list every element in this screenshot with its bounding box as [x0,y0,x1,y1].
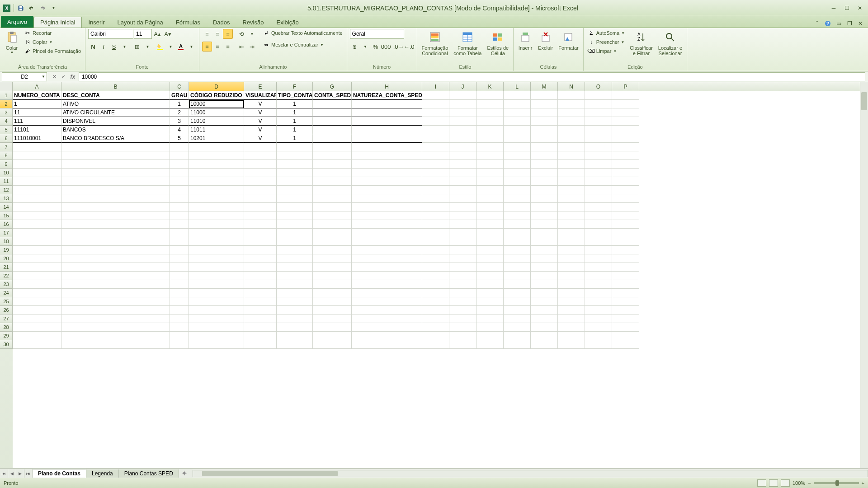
cell[interactable] [531,306,558,314]
cell[interactable] [170,194,189,203]
border-dd[interactable]: ▼ [142,42,152,52]
undo-icon[interactable] [27,3,37,13]
cell[interactable] [585,211,612,220]
cell[interactable] [531,134,558,143]
row-header[interactable]: 23 [0,280,13,289]
cell[interactable] [476,314,504,323]
cell[interactable] [558,306,585,314]
cell[interactable] [313,126,352,134]
cell[interactable] [449,246,476,254]
cell[interactable] [612,169,639,177]
cell[interactable] [422,211,449,220]
cell[interactable] [61,203,170,211]
cell[interactable] [277,280,313,289]
cell[interactable] [612,314,639,323]
fx-icon[interactable]: fx [69,73,77,81]
cell-styles-button[interactable]: Estilos de Célula [485,29,510,57]
cell[interactable] [558,340,585,349]
cell[interactable] [244,246,277,254]
cell[interactable] [352,272,422,280]
cell[interactable] [313,263,352,272]
cell[interactable]: 10201 [189,134,244,143]
cell[interactable] [170,314,189,323]
cell[interactable]: ATIVO CIRCULANTE [61,108,170,117]
cell[interactable] [476,211,504,220]
cell[interactable] [504,186,531,194]
cell[interactable]: CONTA_SPED [313,91,352,100]
formulas-tab[interactable]: Fórmulas [170,17,207,28]
cell[interactable] [422,177,449,186]
ribbon-close-window-icon[interactable]: ✕ [856,19,864,28]
cell[interactable] [13,332,61,340]
row-header[interactable]: 2 [0,100,13,108]
cell[interactable] [531,289,558,297]
column-header[interactable]: D [189,82,244,91]
enter-formula-icon[interactable]: ✓ [60,73,68,81]
cell[interactable] [313,314,352,323]
cell[interactable] [244,203,277,211]
cell[interactable] [277,306,313,314]
find-select-button[interactable]: Localizar e Selecionar [656,29,684,57]
cell[interactable] [612,306,639,314]
cell[interactable] [476,108,504,117]
cell[interactable] [61,314,170,323]
cell[interactable] [13,306,61,314]
cell[interactable] [558,169,585,177]
cell[interactable] [558,332,585,340]
row-header[interactable]: 19 [0,246,13,254]
cell[interactable] [558,126,585,134]
cell[interactable] [504,117,531,126]
cell[interactable] [558,237,585,246]
cell[interactable] [449,169,476,177]
cell[interactable] [313,237,352,246]
cell[interactable] [170,160,189,169]
column-header[interactable]: A [13,82,61,91]
cell[interactable] [558,314,585,323]
clear-button[interactable]: ⌫Limpar▼ [586,47,626,55]
cell[interactable] [504,151,531,160]
cell[interactable] [449,306,476,314]
column-header[interactable]: H [352,82,422,91]
cell[interactable] [170,323,189,332]
sheet-last-icon[interactable]: ⏭ [24,469,33,478]
row-header[interactable]: 3 [0,108,13,117]
cell[interactable] [558,100,585,108]
decrease-decimal-icon[interactable]: ←.0 [404,42,414,52]
cell[interactable] [612,297,639,306]
sheet-tab-plano[interactable]: Plano de Contas [33,469,86,478]
cell[interactable] [313,160,352,169]
cell[interactable] [13,246,61,254]
cell[interactable]: CÓDIGO REDUZIDO [189,91,244,100]
cell[interactable] [558,254,585,263]
cell[interactable] [504,194,531,203]
cell[interactable] [504,160,531,169]
align-right-icon[interactable]: ≡ [223,42,233,52]
row-header[interactable]: 9 [0,160,13,169]
cell[interactable]: 1 [170,100,189,108]
cell[interactable] [244,186,277,194]
cell[interactable] [61,323,170,332]
zoom-in-icon[interactable]: + [862,480,864,486]
cell[interactable] [189,211,244,220]
cell[interactable]: 11101 [13,126,61,134]
cell[interactable] [585,177,612,186]
cell[interactable] [585,108,612,117]
column-header[interactable]: B [61,82,170,91]
cell[interactable] [189,220,244,229]
cell[interactable] [277,160,313,169]
cell[interactable] [313,177,352,186]
percent-icon[interactable]: % [371,42,381,52]
cell[interactable] [612,323,639,332]
maximize-button[interactable]: ☐ [840,4,853,13]
orientation-icon[interactable]: ⟲ [236,29,246,39]
view-tab[interactable]: Exibição [270,17,305,28]
cell[interactable] [612,134,639,143]
help-icon[interactable]: ? [824,19,832,28]
cell[interactable] [422,117,449,126]
select-all-button[interactable] [0,82,13,91]
cell[interactable] [585,186,612,194]
cell[interactable] [612,220,639,229]
accounting-icon[interactable]: $ [350,42,360,52]
cell[interactable] [277,194,313,203]
scroll-thumb[interactable] [861,92,867,110]
